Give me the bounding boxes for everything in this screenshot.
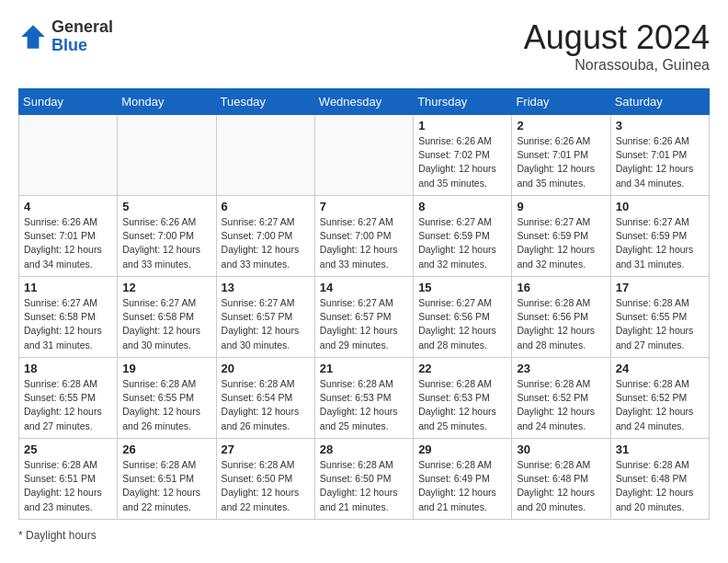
day-number: 29 xyxy=(418,442,506,456)
title-block: August 2024 Norassouba, Guinea xyxy=(524,18,710,74)
day-info: Sunrise: 6:28 AM Sunset: 6:50 PM Dayligh… xyxy=(320,458,408,514)
day-cell: 28Sunrise: 6:28 AM Sunset: 6:50 PM Dayli… xyxy=(314,439,413,520)
day-number: 13 xyxy=(222,281,310,294)
day-info: Sunrise: 6:28 AM Sunset: 6:52 PM Dayligh… xyxy=(616,377,704,433)
day-info: Sunrise: 6:26 AM Sunset: 7:01 PM Dayligh… xyxy=(517,134,605,190)
day-info: Sunrise: 6:27 AM Sunset: 6:57 PM Dayligh… xyxy=(222,296,310,352)
day-number: 9 xyxy=(517,200,605,213)
day-number: 31 xyxy=(616,442,704,456)
footer-note: * Daylight hours xyxy=(18,529,710,542)
day-cell: 21Sunrise: 6:28 AM Sunset: 6:53 PM Dayli… xyxy=(314,358,413,439)
day-cell: 19Sunrise: 6:28 AM Sunset: 6:55 PM Dayli… xyxy=(118,358,216,439)
day-cell: 12Sunrise: 6:27 AM Sunset: 6:58 PM Dayli… xyxy=(118,277,216,358)
day-info: Sunrise: 6:27 AM Sunset: 7:00 PM Dayligh… xyxy=(320,215,408,271)
day-number: 4 xyxy=(24,200,112,213)
day-info: Sunrise: 6:27 AM Sunset: 7:00 PM Dayligh… xyxy=(222,215,310,271)
day-cell: 13Sunrise: 6:27 AM Sunset: 6:57 PM Dayli… xyxy=(216,277,314,358)
day-number: 2 xyxy=(517,119,605,132)
day-info: Sunrise: 6:28 AM Sunset: 6:48 PM Dayligh… xyxy=(616,458,704,514)
location-title: Norassouba, Guinea xyxy=(524,57,710,74)
day-info: Sunrise: 6:28 AM Sunset: 6:53 PM Dayligh… xyxy=(320,377,408,433)
day-number: 12 xyxy=(122,281,210,294)
day-number: 26 xyxy=(122,442,210,456)
day-info: Sunrise: 6:26 AM Sunset: 7:01 PM Dayligh… xyxy=(24,215,112,271)
day-cell: 20Sunrise: 6:28 AM Sunset: 6:54 PM Dayli… xyxy=(216,358,314,439)
day-info: Sunrise: 6:27 AM Sunset: 6:56 PM Dayligh… xyxy=(418,296,506,352)
day-cell: 2Sunrise: 6:26 AM Sunset: 7:01 PM Daylig… xyxy=(512,115,610,196)
day-number: 25 xyxy=(24,442,112,456)
day-cell: 25Sunrise: 6:28 AM Sunset: 6:51 PM Dayli… xyxy=(19,439,118,520)
day-number: 10 xyxy=(616,200,704,213)
day-info: Sunrise: 6:27 AM Sunset: 6:58 PM Dayligh… xyxy=(24,296,112,352)
day-number: 14 xyxy=(320,281,408,294)
day-info: Sunrise: 6:27 AM Sunset: 6:59 PM Dayligh… xyxy=(418,215,506,271)
day-number: 19 xyxy=(122,362,210,375)
day-info: Sunrise: 6:27 AM Sunset: 6:57 PM Dayligh… xyxy=(320,296,408,352)
day-number: 3 xyxy=(616,119,704,132)
day-cell: 18Sunrise: 6:28 AM Sunset: 6:55 PM Dayli… xyxy=(19,358,118,439)
day-cell: 14Sunrise: 6:27 AM Sunset: 6:57 PM Dayli… xyxy=(314,277,413,358)
day-info: Sunrise: 6:28 AM Sunset: 6:51 PM Dayligh… xyxy=(24,458,112,514)
day-info: Sunrise: 6:28 AM Sunset: 6:51 PM Dayligh… xyxy=(122,458,210,514)
week-row-4: 18Sunrise: 6:28 AM Sunset: 6:55 PM Dayli… xyxy=(19,358,710,439)
day-cell: 15Sunrise: 6:27 AM Sunset: 6:56 PM Dayli… xyxy=(414,277,512,358)
day-info: Sunrise: 6:28 AM Sunset: 6:49 PM Dayligh… xyxy=(418,458,506,514)
calendar-header-friday: Friday xyxy=(512,89,610,115)
day-number: 20 xyxy=(222,362,310,375)
day-info: Sunrise: 6:26 AM Sunset: 7:00 PM Dayligh… xyxy=(122,215,210,271)
day-cell xyxy=(118,115,216,196)
day-cell: 26Sunrise: 6:28 AM Sunset: 6:51 PM Dayli… xyxy=(118,439,216,520)
month-year-title: August 2024 xyxy=(524,18,710,57)
day-number: 1 xyxy=(418,119,506,132)
calendar-header-sunday: Sunday xyxy=(19,89,118,115)
day-number: 18 xyxy=(24,362,112,375)
day-info: Sunrise: 6:27 AM Sunset: 6:59 PM Dayligh… xyxy=(517,215,605,271)
day-cell: 31Sunrise: 6:28 AM Sunset: 6:48 PM Dayli… xyxy=(610,439,709,520)
day-info: Sunrise: 6:26 AM Sunset: 7:02 PM Dayligh… xyxy=(418,134,506,190)
day-number: 8 xyxy=(418,200,506,213)
day-info: Sunrise: 6:28 AM Sunset: 6:54 PM Dayligh… xyxy=(222,377,310,433)
day-info: Sunrise: 6:28 AM Sunset: 6:48 PM Dayligh… xyxy=(517,458,605,514)
day-info: Sunrise: 6:27 AM Sunset: 6:59 PM Dayligh… xyxy=(616,215,704,271)
day-info: Sunrise: 6:27 AM Sunset: 6:58 PM Dayligh… xyxy=(122,296,210,352)
calendar-header-tuesday: Tuesday xyxy=(216,89,314,115)
day-cell: 4Sunrise: 6:26 AM Sunset: 7:01 PM Daylig… xyxy=(19,196,118,277)
day-cell: 17Sunrise: 6:28 AM Sunset: 6:55 PM Dayli… xyxy=(610,277,709,358)
day-cell: 9Sunrise: 6:27 AM Sunset: 6:59 PM Daylig… xyxy=(512,196,610,277)
day-number: 17 xyxy=(616,281,704,294)
day-info: Sunrise: 6:28 AM Sunset: 6:52 PM Dayligh… xyxy=(517,377,605,433)
day-number: 30 xyxy=(517,442,605,456)
day-number: 7 xyxy=(320,200,408,213)
logo-text: General Blue xyxy=(51,18,113,55)
day-cell: 1Sunrise: 6:26 AM Sunset: 7:02 PM Daylig… xyxy=(414,115,512,196)
day-number: 11 xyxy=(24,281,112,294)
calendar-header-wednesday: Wednesday xyxy=(314,89,413,115)
day-cell: 3Sunrise: 6:26 AM Sunset: 7:01 PM Daylig… xyxy=(610,115,709,196)
day-cell: 22Sunrise: 6:28 AM Sunset: 6:53 PM Dayli… xyxy=(414,358,512,439)
day-number: 16 xyxy=(517,281,605,294)
logo-icon xyxy=(18,22,48,52)
page-header: General Blue August 2024 Norassouba, Gui… xyxy=(18,18,710,74)
day-info: Sunrise: 6:28 AM Sunset: 6:55 PM Dayligh… xyxy=(616,296,704,352)
day-number: 22 xyxy=(418,362,506,375)
day-info: Sunrise: 6:26 AM Sunset: 7:01 PM Dayligh… xyxy=(616,134,704,190)
week-row-1: 1Sunrise: 6:26 AM Sunset: 7:02 PM Daylig… xyxy=(19,115,710,196)
day-cell: 30Sunrise: 6:28 AM Sunset: 6:48 PM Dayli… xyxy=(512,439,610,520)
day-number: 24 xyxy=(616,362,704,375)
day-number: 6 xyxy=(222,200,310,213)
day-cell: 11Sunrise: 6:27 AM Sunset: 6:58 PM Dayli… xyxy=(19,277,118,358)
day-info: Sunrise: 6:28 AM Sunset: 6:53 PM Dayligh… xyxy=(418,377,506,433)
svg-marker-0 xyxy=(21,25,45,49)
day-number: 28 xyxy=(320,442,408,456)
day-cell: 24Sunrise: 6:28 AM Sunset: 6:52 PM Dayli… xyxy=(610,358,709,439)
day-info: Sunrise: 6:28 AM Sunset: 6:50 PM Dayligh… xyxy=(222,458,310,514)
logo: General Blue xyxy=(18,18,113,55)
day-number: 27 xyxy=(222,442,310,456)
day-info: Sunrise: 6:28 AM Sunset: 6:55 PM Dayligh… xyxy=(24,377,112,433)
day-number: 23 xyxy=(517,362,605,375)
day-cell: 10Sunrise: 6:27 AM Sunset: 6:59 PM Dayli… xyxy=(610,196,709,277)
day-cell: 27Sunrise: 6:28 AM Sunset: 6:50 PM Dayli… xyxy=(216,439,314,520)
day-cell: 6Sunrise: 6:27 AM Sunset: 7:00 PM Daylig… xyxy=(216,196,314,277)
day-cell xyxy=(19,115,118,196)
day-info: Sunrise: 6:28 AM Sunset: 6:56 PM Dayligh… xyxy=(517,296,605,352)
